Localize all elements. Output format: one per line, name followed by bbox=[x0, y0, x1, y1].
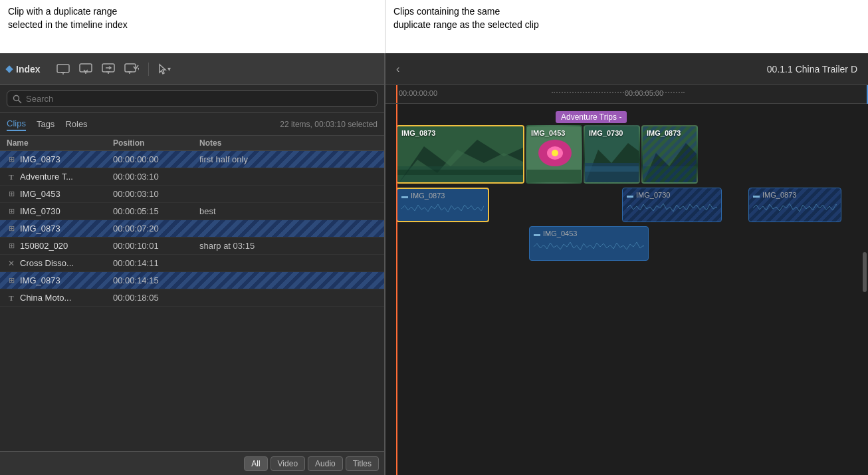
clip-img0873-main[interactable]: IMG_0873 bbox=[396, 125, 524, 184]
filter-audio-btn[interactable]: Audio bbox=[308, 456, 343, 471]
search-bar bbox=[0, 85, 384, 113]
svg-point-24 bbox=[552, 150, 558, 156]
table-body: ⊞ IMG_0873 00:00:00:00 first half only T… bbox=[0, 151, 384, 451]
row-notes: sharp at 03:15 bbox=[199, 241, 378, 251]
timeline-title: 00.1.1 China Trailer D bbox=[767, 64, 857, 75]
monitor-icon-btn[interactable] bbox=[54, 61, 72, 77]
svg-rect-28 bbox=[585, 163, 640, 184]
clip-img0873-2[interactable]: IMG_0873 bbox=[641, 125, 698, 184]
main-area: Index bbox=[0, 53, 868, 475]
annotation-left: Clip with a duplicate range selected in … bbox=[0, 0, 385, 53]
table-row[interactable]: T China Moto... 00:00:18:05 bbox=[0, 289, 384, 307]
adventure-label: Adventure Trips - bbox=[556, 110, 627, 122]
row-position: 00:00:05:15 bbox=[113, 206, 199, 216]
row-position: 00:00:07:20 bbox=[113, 224, 199, 234]
svg-line-15 bbox=[19, 100, 22, 103]
monitor-down-icon bbox=[79, 63, 92, 75]
waveform-img0873 bbox=[401, 202, 484, 216]
title-label-row: Adventure Trips - bbox=[396, 110, 857, 124]
text-icon: T bbox=[7, 294, 16, 302]
table-header: Name Position Notes bbox=[0, 136, 384, 151]
table-row[interactable]: ⊞ IMG_0873 00:00:07:20 bbox=[0, 220, 384, 238]
toolbar-icons: ▾ ▾ bbox=[54, 61, 378, 78]
clip-tabs: Clips Tags Roles 22 items, 00:03:10 sele… bbox=[0, 113, 384, 136]
row-name-text: IMG_0453 bbox=[20, 189, 60, 199]
search-input[interactable] bbox=[26, 94, 372, 104]
audio-label-img0873-3: IMG_0873 bbox=[762, 191, 796, 199]
tab-clips[interactable]: Clips bbox=[7, 117, 26, 131]
film-icon: ⊞ bbox=[7, 207, 16, 216]
table-row[interactable]: ⊞ IMG_0453 00:00:03:10 bbox=[0, 186, 384, 203]
tab-roles[interactable]: Roles bbox=[65, 118, 87, 130]
table-row[interactable]: ✕ Cross Disso... 00:00:14:11 bbox=[0, 255, 384, 272]
table-row[interactable]: T Adventure T... 00:00:03:10 bbox=[0, 168, 384, 186]
clip-label-img0873-2: IMG_0873 bbox=[647, 129, 681, 137]
table-row[interactable]: ⊞ 150802_020 00:00:10:01 sharp at 03:15 bbox=[0, 238, 384, 255]
nav-back-btn[interactable]: ‹ bbox=[396, 63, 399, 75]
col-notes: Notes bbox=[199, 138, 378, 148]
monitor-check-btn[interactable]: ▾ bbox=[122, 61, 142, 78]
film-icon: ⊞ bbox=[7, 241, 16, 250]
monitor-arrow-btn[interactable] bbox=[99, 61, 118, 78]
filter-all-btn[interactable]: All bbox=[244, 456, 267, 471]
audio-clip-img0873-3[interactable]: ▬ IMG_0873 bbox=[748, 188, 841, 222]
playhead-line bbox=[396, 104, 397, 475]
bottom-bar: All Video Audio Titles bbox=[0, 451, 384, 475]
col-name: Name bbox=[7, 138, 113, 148]
cursor-btn[interactable]: ▾ bbox=[156, 61, 173, 78]
row-name-text: IMG_0873 bbox=[20, 154, 60, 164]
monitor-check-icon: ▾ bbox=[124, 63, 139, 75]
tab-tags[interactable]: Tags bbox=[37, 118, 54, 130]
row-name-text: IMG_0873 bbox=[20, 275, 60, 285]
audio-label-img0873: IMG_0873 bbox=[411, 192, 445, 200]
table-row[interactable]: ⊞ IMG_0873 00:00:00:00 first half only bbox=[0, 151, 384, 168]
table-row[interactable]: ⊞ IMG_0873 00:00:14:15 bbox=[0, 272, 384, 289]
waveform-img0453 bbox=[534, 240, 644, 253]
clip-img0730-main[interactable]: IMG_0730 bbox=[584, 125, 640, 184]
clip-count: 22 items, 00:03:10 selected bbox=[280, 120, 378, 129]
timeline-content[interactable]: Adventure Trips - IMG_0873 bbox=[385, 104, 868, 475]
index-diamond-icon bbox=[5, 65, 13, 73]
row-name-text: Cross Disso... bbox=[20, 258, 74, 268]
row-position: 00:00:14:15 bbox=[113, 275, 199, 285]
svg-rect-3 bbox=[80, 64, 92, 72]
filter-titles-btn[interactable]: Titles bbox=[346, 456, 379, 471]
toolbar-divider bbox=[148, 63, 149, 76]
cross-icon: ✕ bbox=[7, 259, 16, 268]
row-position: 00:00:14:11 bbox=[113, 258, 199, 268]
clip-img0453-main[interactable]: IMG_0453 bbox=[526, 125, 582, 184]
row-position: 00:00:18:05 bbox=[113, 293, 199, 303]
monitor-arrow-icon bbox=[102, 63, 115, 75]
svg-rect-20 bbox=[397, 170, 524, 175]
timeline-nav: ‹ bbox=[396, 63, 399, 75]
duration-indicator bbox=[552, 92, 685, 93]
video-clips-row: IMG_0873 IMG_0453 bbox=[396, 125, 857, 184]
annotation-area: Clip with a duplicate range selected in … bbox=[0, 0, 868, 53]
film-icon: ⊞ bbox=[7, 190, 16, 198]
table-row[interactable]: ⊞ IMG_0730 00:00:05:15 best bbox=[0, 203, 384, 220]
clip-label-img0730: IMG_0730 bbox=[589, 129, 623, 137]
right-panel: ‹ 00.1.1 China Trailer D 00:00:00:00 00:… bbox=[385, 53, 868, 475]
timeline-header: ‹ 00.1.1 China Trailer D bbox=[385, 53, 868, 85]
monitor-down-btn[interactable] bbox=[76, 61, 95, 78]
audio-row-1: ▬ IMG_0873 ▬ IMG_0730 bbox=[396, 188, 857, 224]
audio-clip-img0873[interactable]: ▬ IMG_0873 bbox=[396, 188, 489, 222]
row-name-text: China Moto... bbox=[20, 293, 71, 303]
film-icon: ⊞ bbox=[7, 155, 16, 164]
time-marker-mid: 00:00:05:00 bbox=[625, 89, 663, 97]
svg-rect-25 bbox=[527, 170, 582, 184]
svg-point-14 bbox=[14, 95, 19, 100]
search-wrapper[interactable] bbox=[7, 90, 378, 107]
filter-video-btn[interactable]: Video bbox=[271, 456, 305, 471]
row-position: 00:00:10:01 bbox=[113, 241, 199, 251]
monitor-icon bbox=[56, 64, 70, 75]
scroll-handle[interactable] bbox=[863, 252, 867, 292]
index-button[interactable]: Index bbox=[7, 64, 41, 75]
col-position: Position bbox=[113, 138, 199, 148]
row-position: 00:00:03:10 bbox=[113, 189, 199, 199]
audio-clip-img0730[interactable]: ▬ IMG_0730 bbox=[622, 188, 722, 222]
row-position: 00:00:03:10 bbox=[113, 172, 199, 182]
playhead bbox=[396, 85, 397, 103]
audio-label-img0453: IMG_0453 bbox=[543, 230, 577, 238]
audio-clip-img0453[interactable]: ▬ IMG_0453 bbox=[529, 226, 649, 261]
